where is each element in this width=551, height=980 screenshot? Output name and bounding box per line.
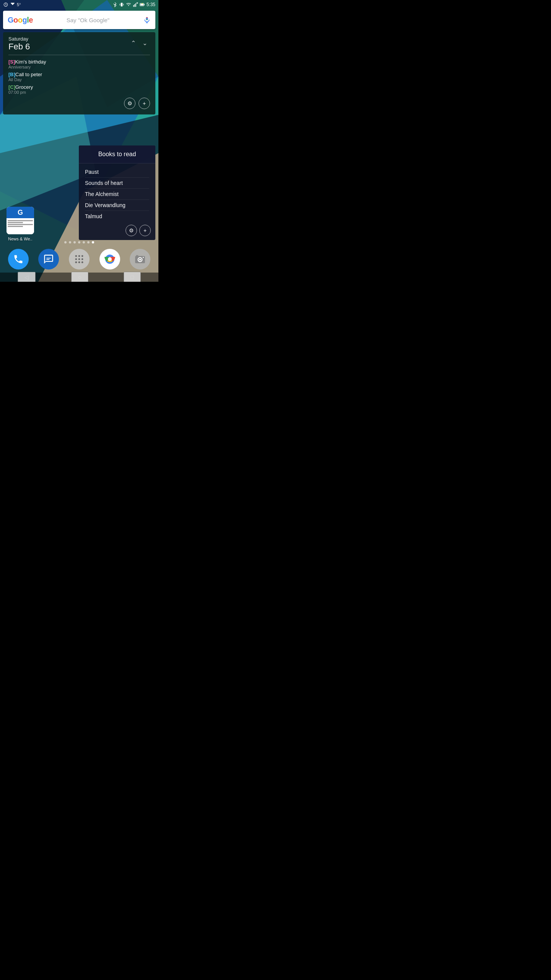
page-indicators — [0, 241, 158, 243]
vibrate-icon — [119, 2, 124, 7]
news-line-2 — [8, 222, 23, 223]
svg-rect-15 — [134, 4, 135, 7]
news-icon-letter: G — [7, 207, 34, 218]
svg-point-34 — [82, 258, 83, 260]
camera-app-button[interactable] — [130, 249, 150, 270]
books-item-4: Talmud — [85, 211, 149, 222]
svg-line-9 — [6, 5, 7, 5]
svg-point-44 — [139, 259, 141, 261]
page-dot-1[interactable] — [64, 241, 67, 243]
books-widget-title: Books to read — [85, 151, 149, 158]
messages-icon — [43, 254, 54, 265]
calendar-event-3-sub: 07:00 pm — [8, 90, 150, 95]
page-dot-2[interactable] — [69, 241, 71, 243]
svg-point-36 — [78, 261, 80, 263]
svg-rect-10 — [121, 3, 122, 6]
temp-display: 5° — [17, 2, 21, 7]
books-item-0: Paust — [85, 167, 149, 178]
page-dot-4[interactable] — [78, 241, 80, 243]
books-settings-button[interactable]: ⚙ — [126, 225, 137, 236]
bluetooth-icon — [112, 2, 117, 7]
svg-point-31 — [82, 255, 83, 257]
mic-icon[interactable] — [143, 16, 151, 24]
tag-s-1: [S] — [8, 59, 15, 65]
chrome-app-button[interactable] — [99, 249, 120, 270]
calendar-nav: ⌃ ⌄ — [128, 38, 150, 48]
books-widget-header: Books to read — [79, 145, 155, 163]
news-line-1 — [8, 220, 33, 221]
calendar-divider — [8, 55, 150, 55]
home-button[interactable]: ○ — [71, 272, 88, 282]
calendar-date-info: Saturday Feb 6 — [8, 36, 30, 52]
books-widget-footer: ⚙ + — [79, 223, 155, 240]
search-bar[interactable]: Google Say "Ok Google" — [3, 11, 155, 29]
page-dot-6[interactable] — [87, 241, 90, 243]
recents-button[interactable]: □ — [124, 272, 140, 282]
svg-point-35 — [75, 261, 77, 263]
calendar-prev-button[interactable]: ⌃ — [128, 38, 139, 48]
news-line-4 — [8, 226, 23, 227]
svg-rect-45 — [143, 257, 144, 258]
time-display: 5:35 — [147, 2, 155, 7]
calendar-settings-button[interactable]: ⚙ — [124, 98, 135, 109]
calendar-event-1-sub: Anniversary — [8, 65, 150, 69]
books-item-1: Sounds of heart — [85, 178, 149, 189]
svg-point-32 — [75, 258, 77, 260]
svg-rect-16 — [135, 3, 136, 7]
camera-icon — [135, 254, 145, 265]
back-button[interactable]: ◁ — [18, 272, 36, 282]
wifi-icon — [126, 2, 131, 7]
books-item-2: The Alchemist — [85, 189, 149, 200]
books-add-button[interactable]: + — [139, 225, 151, 236]
app-drawer-button[interactable] — [69, 249, 90, 270]
google-logo: Google — [8, 16, 33, 24]
calendar-day: Saturday — [8, 36, 30, 42]
svg-point-33 — [78, 258, 80, 260]
calendar-header: Saturday Feb 6 ⌃ ⌄ — [8, 36, 150, 52]
svg-point-37 — [82, 261, 83, 263]
tag-b-1: [B] — [8, 72, 15, 77]
navigation-bar: ◁ ○ □ — [0, 273, 158, 282]
news-widget[interactable]: G News & We.. — [3, 207, 37, 241]
svg-point-29 — [75, 255, 77, 257]
books-list: Paust Sounds of heart The Alchemist Die … — [79, 163, 155, 223]
phone-icon — [13, 254, 24, 265]
messages-app-button[interactable] — [38, 249, 59, 270]
chrome-icon — [103, 252, 117, 266]
calendar-event-3: [C]Grocery 07:00 pm — [8, 84, 150, 95]
calendar-event-3-title: [C]Grocery — [8, 84, 150, 90]
svg-rect-24 — [146, 17, 148, 20]
svg-point-30 — [78, 255, 80, 257]
calendar-date: Feb 6 — [8, 42, 30, 52]
calendar-footer: ⚙ + — [8, 98, 150, 109]
calendar-add-button[interactable]: + — [139, 98, 150, 109]
calendar-event-1-title: [S]Kim's birthday — [8, 59, 150, 65]
calendar-event-1: [S]Kim's birthday Anniversary — [8, 59, 150, 69]
apps-icon — [74, 254, 85, 265]
page-dot-3[interactable] — [73, 241, 76, 243]
alarm-icon — [3, 2, 8, 7]
search-placeholder[interactable]: Say "Ok Google" — [33, 17, 143, 23]
news-icon-lines — [7, 218, 34, 234]
books-item-3: Die Verwandlung — [85, 200, 149, 211]
status-left-icons: 5° — [3, 2, 21, 7]
svg-rect-21 — [140, 4, 143, 6]
calendar-event-2: [B]Call to peter All Day — [8, 72, 150, 82]
books-widget: Books to read Paust Sounds of heart The … — [79, 145, 155, 240]
page-dot-5[interactable] — [83, 241, 85, 243]
battery-icon — [140, 2, 145, 7]
svg-rect-28 — [47, 259, 50, 260]
status-bar: 5° — [0, 0, 158, 9]
calendar-next-button[interactable]: ⌄ — [139, 38, 150, 48]
page-dot-7[interactable] — [92, 241, 94, 243]
news-widget-label: News & We.. — [8, 237, 32, 241]
news-icon: G — [7, 207, 34, 234]
svg-rect-42 — [136, 255, 139, 257]
svg-rect-27 — [47, 258, 51, 259]
svg-point-40 — [108, 257, 112, 261]
phone-app-button[interactable] — [8, 249, 29, 270]
tag-c-1: [C] — [8, 84, 15, 90]
status-right-icons: 5:35 — [112, 2, 155, 7]
calendar-event-2-title: [B]Call to peter — [8, 72, 150, 77]
notification-icon — [10, 2, 15, 7]
